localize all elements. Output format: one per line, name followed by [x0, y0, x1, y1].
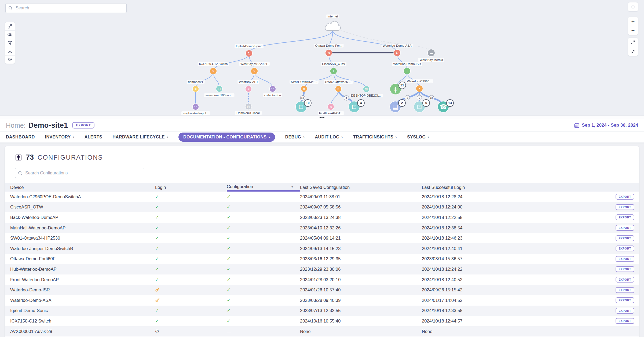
column-header-last-saved-configuration[interactable]: Last Saved Configuration [300, 183, 422, 192]
map-node-nuc[interactable]: ⊡ [246, 104, 251, 109]
row-export-button[interactable]: EXPORT [616, 287, 634, 293]
row-export-button[interactable]: EXPORT [616, 194, 634, 200]
login-status: ✓ [155, 215, 227, 220]
row-export-button[interactable]: EXPORT [616, 225, 634, 231]
map-node-auvik-virt[interactable]: ◠ [193, 104, 199, 110]
locate-button[interactable] [628, 2, 638, 11]
last-saved-configuration: 2024/10/16 10:55:40 [300, 318, 422, 324]
table-row[interactable]: Waterloo-C2960POE-DemoSwitchA✓✓2024/09/0… [5, 192, 639, 202]
row-export-button[interactable]: EXPORT [616, 277, 634, 283]
table-row[interactable]: Waterloo-Demo-ASA✓2023/03/28 09:40:39202… [5, 295, 639, 306]
map-edge[interactable] [333, 30, 397, 53]
table-row[interactable]: MainHall-Waterloo-DemoAP✓✓2023/04/10 12:… [5, 223, 639, 233]
map-node-sw02[interactable]: × [335, 86, 341, 92]
row-export-button[interactable]: EXPORT [616, 256, 634, 262]
map-node-c2960[interactable]: × [416, 85, 423, 92]
table-row[interactable]: Waterloo-Juniper-DemoSwitchB✓✓2024/09/13… [5, 243, 639, 254]
table-row[interactable]: Iqaluit-Demo-Sonic✓✓2023/07/13 12:32:552… [5, 306, 639, 316]
row-export-button[interactable]: EXPORT [616, 297, 634, 303]
layout-button[interactable] [5, 22, 15, 31]
map-search-input[interactable] [15, 5, 124, 11]
collapse-button[interactable] [628, 47, 638, 56]
map-node-firstfloor[interactable]: ≈ [328, 104, 334, 110]
last-saved-configuration: 2023/04/10 12:32:26 [300, 225, 422, 230]
settings-button[interactable] [5, 56, 15, 64]
tab-trafficinsights[interactable]: TRAFFICINSIGHTS› [353, 134, 397, 140]
configurations-card: 73 CONFIGURATIONS DeviceLoginConfigurati… [5, 146, 639, 337]
table-row[interactable]: ICX7150-C12 Switch✓✓2024/10/16 10:55:402… [5, 316, 639, 326]
zoom-in-button[interactable]: + [628, 17, 638, 26]
configurations-search-input[interactable] [25, 170, 141, 176]
tab-hardware-lifecycle[interactable]: HARDWARE LIFECYCLE› [112, 134, 168, 140]
column-header-configuration[interactable]: Configuration▾ [227, 183, 300, 192]
table-row[interactable]: Waterloo-Demo-ISR✓2024/01/26 10:57:40202… [5, 285, 639, 295]
row-export-button[interactable]: EXPORT [616, 266, 634, 272]
check-icon: ✓ [227, 215, 230, 220]
column-header-last-successful-login[interactable]: Last Successful Login [422, 183, 593, 192]
map-node-desktop[interactable]: ⊡ [363, 86, 369, 92]
tab-audit-log[interactable]: AUDIT LOG› [315, 134, 343, 140]
table-row[interactable]: SW01-Ottawa34-HP2530✓✓2024/05/04 09:14:2… [5, 233, 639, 243]
login-status: ✓ [155, 246, 227, 251]
zoom-out-button[interactable]: − [628, 26, 638, 35]
configuration-status: ✓ [227, 266, 300, 272]
row-export-button[interactable]: EXPORT [616, 308, 634, 314]
map-toolbar [5, 22, 15, 64]
configuration-status: ✓ [227, 287, 300, 293]
last-saved-configuration: 2023/03/16 12:29:35 [300, 256, 422, 261]
edge-count-badge: 10 [300, 95, 305, 100]
tab-label: DASHBOARD [6, 135, 35, 140]
table-row[interactable]: Ottawa-Demo-Forti60F✓✓2023/03/16 12:29:3… [5, 254, 639, 264]
date-range-picker[interactable]: Sep 1, 2024 - Sep 30, 2024 [574, 123, 638, 128]
switch-icon: × [303, 87, 305, 91]
internet-cloud-icon[interactable] [324, 20, 342, 33]
table-row[interactable]: Hub-Waterloo-DemoAP✓✓2023/12/29 23:30:06… [5, 264, 639, 274]
column-header-login[interactable]: Login [155, 183, 227, 192]
map-node-sw01[interactable]: × [301, 86, 307, 92]
row-export-button[interactable]: EXPORT [616, 318, 634, 324]
filter-button[interactable] [5, 39, 15, 47]
map-node-label: SW02-Ottawa35-... [324, 80, 353, 84]
map-node-icx7150[interactable]: × [210, 68, 217, 74]
site-export-button[interactable]: EXPORT [72, 122, 94, 129]
tab-debug[interactable]: DEBUG› [285, 134, 305, 140]
row-export-button[interactable]: EXPORT [616, 235, 634, 241]
chevron-right-icon: › [427, 134, 429, 140]
column-header-device[interactable]: Device [10, 183, 155, 192]
map-search[interactable] [5, 3, 127, 13]
map-node-meraki[interactable]: ☁ [428, 49, 435, 56]
table-row[interactable]: Front-Waterloo-DemoAP✓✓2024/01/28 03:20:… [5, 274, 639, 285]
table-row[interactable]: Back-Waterloo-DemoAP✓✓2023/03/23 13:24:3… [5, 212, 639, 223]
map-node-isr[interactable]: + [404, 68, 410, 74]
download-button[interactable] [5, 47, 15, 56]
tab-inventory[interactable]: INVENTORY› [45, 134, 74, 140]
login-status: ✓ [155, 266, 227, 272]
row-export-button[interactable]: EXPORT [616, 204, 634, 210]
tab-dashboard[interactable]: DASHBOARD [6, 135, 35, 140]
map-node-iqaluit[interactable]: ↻ [246, 50, 252, 57]
map-edge[interactable] [249, 30, 333, 53]
visibility-button[interactable] [5, 31, 15, 39]
configurations-search[interactable] [15, 168, 144, 178]
table-row[interactable]: AVX000001-Auvik-28∅—NoneNone [5, 326, 639, 337]
map-node-ap1[interactable]: ≈ [246, 86, 251, 92]
table-row[interactable]: CiscoASR_OTW✓✓2024/09/07 05:58:562024/10… [5, 202, 639, 213]
row-export-button[interactable]: EXPORT [616, 214, 634, 220]
tab-documentation-configurations[interactable]: DOCUMENTATION - CONFIGURATIONS› [178, 133, 275, 142]
panel-resize-handle[interactable] [320, 117, 324, 118]
row-export-button[interactable]: EXPORT [616, 246, 634, 251]
map-node-demohost1[interactable]: ≡ [193, 86, 199, 92]
map-node-collectorubu[interactable]: ◠ [270, 86, 276, 92]
device-name: Back-Waterloo-DemoAP [10, 215, 155, 220]
expand-button[interactable] [628, 38, 638, 47]
tab-alerts[interactable]: ALERTS [85, 135, 102, 140]
map-node-ottawa-forti[interactable]: ↻ [325, 50, 332, 56]
check-icon: ✓ [227, 194, 230, 199]
map-node-ms220[interactable]: × [251, 68, 258, 74]
map-node-ciscoasr[interactable]: + [330, 68, 337, 74]
map-node-waterloo-asa[interactable]: ↻ [394, 50, 400, 56]
printer-icon: ▤ [392, 103, 398, 111]
configuration-status: ✓ [227, 235, 300, 241]
map-node-salesdemo[interactable]: ⊡ [216, 86, 222, 92]
tab-syslog[interactable]: SYSLOG› [407, 134, 429, 140]
